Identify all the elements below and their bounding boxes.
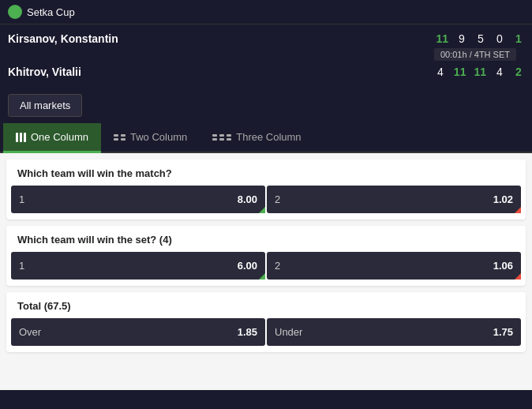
odd-value-m2-1: 6.00 bbox=[238, 260, 257, 272]
odd-value-under: 1.75 bbox=[493, 326, 513, 338]
market-title-total: Total (67.5) bbox=[6, 292, 526, 318]
markets-button-area: All markets bbox=[0, 88, 532, 123]
tabs-bar: One Column Two Column Three Column bbox=[0, 123, 532, 153]
player2-scores: 4 11 11 4 2 bbox=[435, 66, 524, 78]
tab-two-column-label: Two Column bbox=[130, 131, 187, 143]
corner-red-m2-2 bbox=[515, 273, 521, 280]
one-col-icon bbox=[16, 133, 26, 142]
player2-score-1: 4 bbox=[435, 66, 446, 78]
setka-cup-icon bbox=[8, 5, 22, 19]
odd-btn-set-1[interactable]: 1 6.00 bbox=[11, 252, 265, 280]
market-title-match-winner: Which team will win the match? bbox=[6, 159, 526, 186]
odds-row-match-winner: 1 8.00 2 1.02 bbox=[6, 186, 526, 220]
odd-btn-set-2[interactable]: 2 1.06 bbox=[267, 252, 521, 280]
odd-btn-under[interactable]: Under 1.75 bbox=[267, 318, 521, 346]
odd-label-under: Under bbox=[275, 326, 302, 338]
player2-score-3: 11 bbox=[474, 66, 486, 78]
odds-row-set-winner: 1 6.00 2 1.06 bbox=[6, 252, 526, 286]
odd-label-m2-1: 1 bbox=[19, 260, 24, 272]
odd-label-m1-1: 1 bbox=[19, 193, 24, 205]
corner-red-m1-2 bbox=[515, 207, 521, 213]
player1-score-3: 5 bbox=[475, 32, 486, 45]
odd-value-m1-2: 1.02 bbox=[493, 193, 513, 205]
player2-score-4: 4 bbox=[494, 66, 505, 78]
player1-current-score: 1 bbox=[513, 32, 524, 45]
all-markets-button[interactable]: All markets bbox=[8, 94, 82, 117]
player2-current-score: 2 bbox=[513, 66, 524, 78]
player1-score-4: 0 bbox=[494, 32, 505, 45]
tab-one-column[interactable]: One Column bbox=[3, 123, 101, 153]
markets-content: Which team will win the match? 1 8.00 2 … bbox=[0, 153, 532, 390]
tab-two-column[interactable]: Two Column bbox=[101, 123, 200, 153]
three-col-icon bbox=[212, 134, 231, 141]
header: Setka Cup bbox=[0, 0, 532, 24]
match-timer: 00:01h / 4TH SET bbox=[434, 48, 516, 61]
odd-label-over: Over bbox=[19, 326, 41, 338]
odd-value-m2-2: 1.06 bbox=[493, 260, 513, 272]
odd-label-m2-2: 2 bbox=[275, 260, 280, 272]
player2-row: Khitrov, Vitalii 4 11 11 4 2 bbox=[8, 64, 524, 80]
odd-btn-match-2[interactable]: 2 1.02 bbox=[267, 186, 521, 213]
player2-name: Khitrov, Vitalii bbox=[8, 66, 435, 78]
scoreboard: Kirsanov, Konstantin 11 9 5 0 1 00:01h /… bbox=[0, 24, 532, 88]
market-card-match-winner: Which team will win the match? 1 8.00 2 … bbox=[6, 159, 526, 220]
tab-three-column-label: Three Column bbox=[236, 131, 301, 143]
odd-label-m1-2: 2 bbox=[275, 193, 280, 205]
corner-green-m2-1 bbox=[259, 273, 265, 280]
market-title-set-winner: Which team will win the set? (4) bbox=[6, 226, 526, 252]
player1-scores: 11 9 5 0 1 bbox=[436, 32, 524, 45]
odd-value-over: 1.85 bbox=[238, 326, 257, 338]
odd-value-m1-1: 8.00 bbox=[238, 193, 257, 205]
competition-title: Setka Cup bbox=[27, 6, 75, 18]
two-col-icon bbox=[114, 134, 126, 141]
odd-btn-match-1[interactable]: 1 8.00 bbox=[11, 186, 265, 213]
corner-green-m1-1 bbox=[259, 207, 265, 213]
player2-score-2: 11 bbox=[454, 66, 466, 78]
player1-name: Kirsanov, Konstantin bbox=[8, 32, 436, 45]
player1-row: Kirsanov, Konstantin 11 9 5 0 1 bbox=[8, 31, 524, 47]
timer-row: 00:01h / 4TH SET bbox=[8, 47, 524, 64]
odds-row-total: Over 1.85 Under 1.75 bbox=[6, 318, 526, 352]
market-card-set-winner: Which team will win the set? (4) 1 6.00 … bbox=[6, 226, 526, 286]
player1-score-1: 11 bbox=[436, 32, 448, 45]
tab-one-column-label: One Column bbox=[31, 131, 88, 143]
market-card-total: Total (67.5) Over 1.85 Under 1.75 bbox=[6, 292, 526, 352]
tab-three-column[interactable]: Three Column bbox=[200, 123, 313, 153]
odd-btn-over[interactable]: Over 1.85 bbox=[11, 318, 265, 346]
player1-score-2: 9 bbox=[456, 32, 467, 45]
